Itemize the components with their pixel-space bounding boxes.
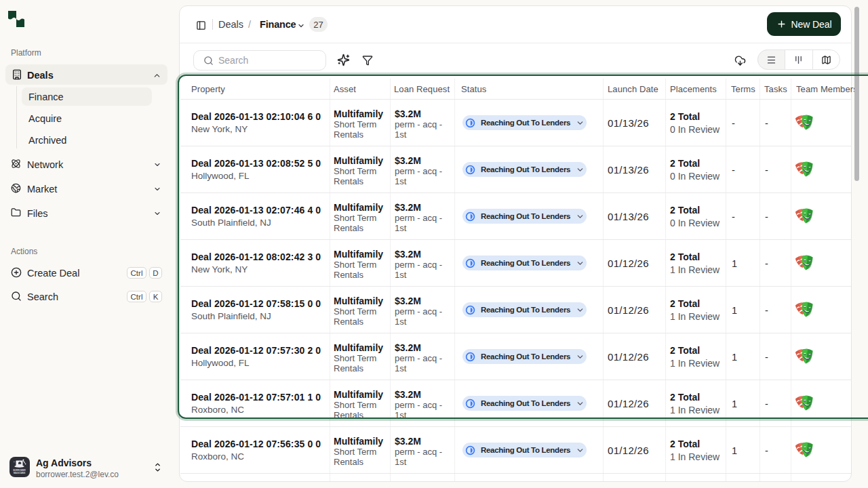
svg-text:MAGICIANS: MAGICIANS xyxy=(14,472,25,474)
